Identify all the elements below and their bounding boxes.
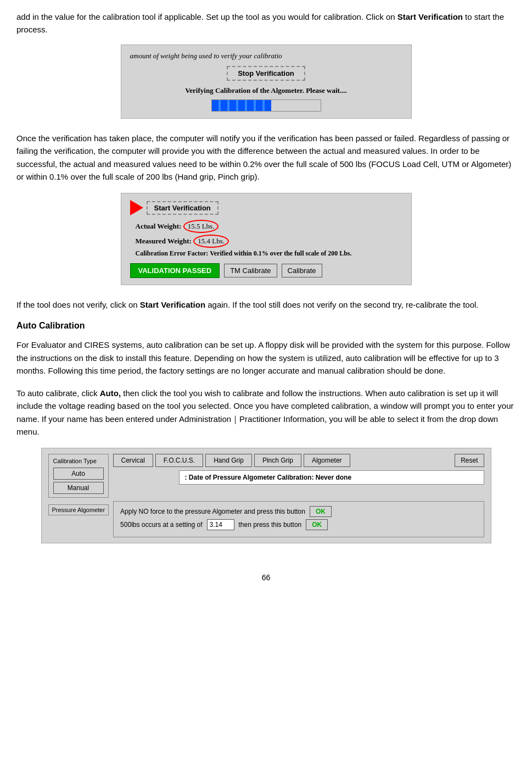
cal-ok-button-1[interactable]: OK: [310, 506, 332, 517]
calibration-type-label: Calibration Type: [53, 458, 104, 464]
pressure-algometer-label: Pressure Algometer: [48, 504, 109, 515]
screenshot-title: amount of weight being used to verify yo…: [130, 52, 402, 60]
re-verify-text-after: again. If the tool still does not verify…: [205, 300, 479, 309]
intro-paragraph: add in the value for the calibration too…: [16, 11, 516, 36]
bottom-buttons-row: VALIDATION PASSED TM Calibrate Calibrate: [130, 263, 402, 278]
re-verify-paragraph: If the tool does not verify, click on St…: [16, 298, 516, 311]
cal-row2-prefix: 500lbs occurs at a setting of: [120, 521, 202, 529]
actual-weight-row: Actual Weight: 15.5 Lbs.: [130, 220, 402, 233]
intro-bold: Start Verification: [397, 12, 463, 21]
calibration-error-row: Calibration Error Factor: Verified withi…: [130, 249, 402, 258]
start-verification-button[interactable]: Start Verification: [147, 201, 219, 215]
measured-weight-value: 15.4 Lbs.: [193, 235, 229, 248]
calibration-error-value: Verified within 0.1% over the full scale…: [210, 249, 351, 257]
cal-row-2: 500lbs occurs at a setting of then press…: [120, 519, 477, 530]
cal-value-input[interactable]: [207, 519, 234, 530]
calibration-type-screenshot: Calibration Type Auto Manual Cervical F.…: [41, 448, 491, 543]
cal-row1-text: Apply NO force to the pressure Algometer…: [120, 508, 305, 515]
calibration-tabs: Cervical F.O.C.U.S. Hand Grip Pinch Grip…: [113, 454, 484, 467]
intro-text-before: add in the value for the calibration too…: [16, 12, 397, 21]
auto-calibration-heading: Auto Calibration: [16, 321, 516, 331]
cal-upper-area: Calibration Type Auto Manual Cervical F.…: [48, 454, 484, 498]
cal-row-1: Apply NO force to the pressure Algometer…: [120, 506, 477, 517]
measured-weight-label: Measured Weight:: [136, 237, 192, 245]
cal-row2-suffix: then press this button: [239, 521, 302, 529]
auto-cal-para1: For Evaluator and CIRES systems, auto ca…: [16, 338, 516, 377]
auto-cal-prefix: To auto calibrate, click: [16, 388, 100, 398]
progress-bar: [211, 99, 321, 112]
tm-calibrate-button[interactable]: TM Calibrate: [224, 264, 277, 277]
progress-bar-fill: [212, 100, 272, 111]
screenshot-stop-verification: amount of weight being used to verify yo…: [121, 45, 412, 119]
manual-button[interactable]: Manual: [53, 482, 104, 494]
calibration-error-label: Calibration Error Factor:: [136, 249, 209, 257]
validation-passed-button[interactable]: VALIDATION PASSED: [130, 263, 220, 278]
re-verify-text-before: If the tool does not verify, click on: [16, 300, 140, 309]
pinch-grip-tab[interactable]: Pinch Grip: [254, 454, 301, 467]
red-arrow-icon: [130, 200, 143, 215]
page-number: 66: [16, 573, 516, 582]
arrow-row: Start Verification: [130, 200, 402, 215]
cal-ok-button-2[interactable]: OK: [306, 519, 328, 530]
actual-weight-label: Actual Weight:: [136, 222, 182, 230]
auto-button[interactable]: Auto: [53, 468, 104, 480]
hand-grip-tab[interactable]: Hand Grip: [205, 454, 252, 467]
calibration-type-box: Calibration Type Auto Manual: [48, 454, 109, 498]
cervical-tab[interactable]: Cervical: [113, 454, 153, 467]
screenshot-start-verification: Start Verification Actual Weight: 15.5 L…: [121, 193, 412, 285]
verification-paragraph: Once the verification has taken place, t…: [16, 132, 516, 183]
reset-button[interactable]: Reset: [455, 454, 484, 467]
measured-weight-row: Measured Weight: 15.4 Lbs.: [130, 235, 402, 248]
cal-date-row: : Date of Pressure Algometer Calibration…: [179, 470, 484, 485]
focus-tab[interactable]: F.O.C.U.S.: [155, 454, 203, 467]
calibrate-button[interactable]: Calibrate: [282, 264, 322, 277]
calibration-bottom-panel: Apply NO force to the pressure Algometer…: [113, 501, 484, 537]
re-verify-bold: Start Verification: [140, 300, 205, 309]
actual-weight-value: 15.5 Lbs.: [183, 220, 219, 233]
verifying-text: Verifying Calibration of the Algometer. …: [130, 86, 402, 95]
auto-cal-para2: To auto calibrate, click Auto, then clic…: [16, 387, 516, 438]
algometer-tab[interactable]: Algometer: [304, 454, 350, 467]
auto-cal-bold: Auto,: [100, 388, 121, 398]
stop-verification-button[interactable]: Stop Verification: [227, 66, 305, 81]
cal-type-buttons: Auto Manual: [53, 468, 104, 494]
